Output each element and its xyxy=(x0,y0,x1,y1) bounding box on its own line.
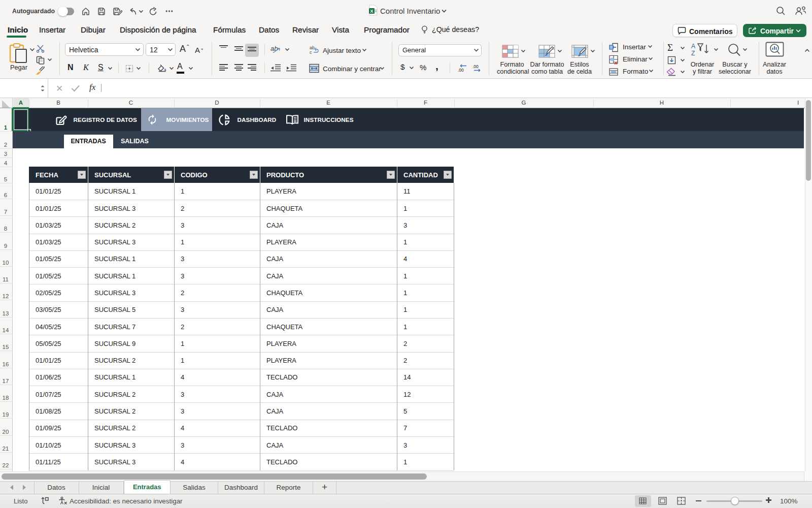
svg-text:Z: Z xyxy=(691,50,695,56)
svg-text:A: A xyxy=(691,43,695,50)
svg-text:.00: .00 xyxy=(458,68,464,73)
svg-text:c: c xyxy=(310,50,312,55)
svg-text:X: X xyxy=(370,9,373,14)
svg-text:.00: .00 xyxy=(472,64,479,69)
